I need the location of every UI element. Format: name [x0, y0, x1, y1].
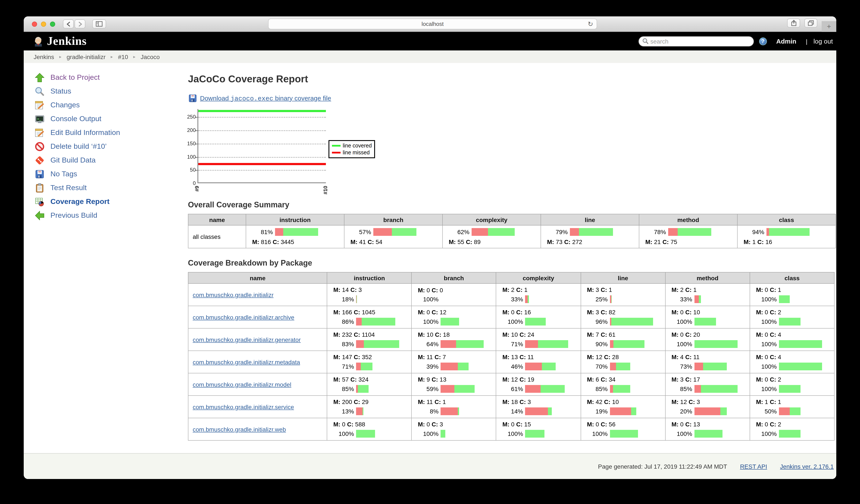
- breakdown-metric-complexity: M: 12 C: 1961%: [496, 373, 580, 395]
- breadcrumb-jacoco[interactable]: Jacoco: [141, 53, 160, 60]
- back-button[interactable]: [63, 19, 74, 28]
- rest-api-link[interactable]: REST API: [740, 463, 767, 470]
- breadcrumb-build[interactable]: #10: [118, 53, 128, 60]
- breakdown-metric-line: M: 3 C: 8296%: [580, 306, 665, 328]
- up-arrow-icon: [34, 72, 45, 83]
- percent-label: 100%: [756, 363, 777, 370]
- sidebar-item-delete-build[interactable]: Delete build ‘#10’: [34, 141, 175, 152]
- sidebar-item-coverage-report[interactable]: Coverage Report: [34, 197, 175, 207]
- breakdown-metric-instruction: M: 0 C: 588100%: [327, 418, 412, 441]
- package-link[interactable]: com.bmuschko.gradle.initializr: [193, 291, 273, 298]
- missed-covered-text: M: 0 C: 2: [756, 376, 834, 383]
- sidebar-item-status[interactable]: Status: [34, 86, 175, 97]
- user-link[interactable]: Admin: [776, 38, 796, 45]
- table-row: all classes 81%M: 816 C: 344557%M: 41 C:…: [188, 225, 836, 248]
- tab-overview-button[interactable]: [804, 18, 817, 28]
- column-header-class: class: [737, 214, 836, 225]
- summary-metric-instruction: 81%M: 816 C: 3445: [246, 225, 344, 248]
- package-link[interactable]: com.bmuschko.gradle.initializr.archive: [193, 314, 295, 320]
- sidebar-item-edit-build-information[interactable]: Edit Build Information: [34, 128, 175, 138]
- minimize-window-button[interactable]: [41, 21, 46, 27]
- logout-separator: |: [806, 38, 807, 45]
- jenkins-version-link[interactable]: Jenkins ver. 2.176.1: [780, 463, 834, 470]
- sidebar-item-no-tags[interactable]: No Tags: [34, 169, 175, 179]
- breadcrumb-jenkins[interactable]: Jenkins: [34, 53, 54, 60]
- summary-metric-line: 79%M: 73 C: 272: [541, 225, 639, 248]
- column-header-line: line: [541, 214, 639, 225]
- breakdown-metric-complexity: M: 0 C: 16100%: [496, 306, 580, 328]
- page-generated-text: Page generated: Jul 17, 2019 11:22:49 AM…: [598, 463, 727, 470]
- breakdown-metric-line: M: 0 C: 56100%: [580, 418, 665, 441]
- percent-label: 100%: [418, 318, 439, 325]
- percent-bar: 73%: [671, 363, 749, 370]
- percent-label: 100%: [502, 318, 523, 325]
- missed-covered-text: M: 0 C: 2: [756, 421, 834, 428]
- traffic-lights: [32, 21, 55, 27]
- sidebar-item-previous-build[interactable]: Previous Build: [34, 211, 175, 221]
- percent-label: 61%: [502, 386, 523, 392]
- search-help-icon[interactable]: ?: [759, 37, 767, 45]
- floppy-icon: [34, 169, 45, 179]
- package-link[interactable]: com.bmuschko.gradle.initializr.web: [193, 426, 286, 433]
- notepad-pencil-icon: [34, 100, 45, 110]
- missed-covered-text: M: 0 C: 16: [502, 309, 580, 316]
- percent-label: 83%: [333, 341, 354, 347]
- percent-label: 33%: [671, 296, 692, 303]
- sidebar-toggle-button[interactable]: [92, 19, 106, 28]
- missed-covered-text: M: 10 C: 18: [418, 331, 496, 338]
- jenkins-home-link[interactable]: Jenkins: [33, 34, 87, 48]
- percent-bar: 94%: [744, 228, 835, 236]
- package-link[interactable]: com.bmuschko.gradle.initializr.metadata: [193, 359, 300, 365]
- share-button[interactable]: [787, 18, 800, 28]
- breakdown-metric-line: M: 42 C: 1019%: [580, 395, 665, 418]
- share-icon: [791, 20, 797, 26]
- package-link[interactable]: com.bmuschko.gradle.initializr.model: [193, 381, 291, 388]
- breakdown-metric-instruction: M: 232 C: 110483%: [327, 328, 412, 351]
- sidebar-item-git-build-data[interactable]: Git Build Data: [34, 155, 175, 165]
- missed-covered-text: M: 3 C: 17: [671, 376, 749, 383]
- percent-bar: 100%: [756, 430, 834, 437]
- search-box[interactable]: [638, 36, 754, 46]
- breadcrumb-job[interactable]: gradle-initializr: [67, 53, 105, 60]
- new-tab-button[interactable]: +: [822, 21, 836, 32]
- reload-icon[interactable]: ↻: [588, 20, 593, 28]
- x-axis-tick-label: #9: [194, 186, 200, 192]
- breakdown-metric-class: M: 0 C: 4100%: [750, 351, 834, 373]
- breakdown-metric-complexity: M: 10 C: 2471%: [496, 328, 580, 351]
- address-bar[interactable]: localhost ↻: [268, 18, 597, 29]
- forward-button[interactable]: [75, 19, 85, 28]
- search-input[interactable]: [650, 38, 750, 45]
- percent-bar: 90%: [587, 340, 665, 348]
- percent-label: 100%: [756, 386, 777, 392]
- zoom-window-button[interactable]: [50, 21, 55, 27]
- sidebar-item-test-result[interactable]: Test Result: [34, 183, 175, 193]
- percent-label: 62%: [449, 229, 470, 235]
- breakdown-metric-method: M: 0 C: 13100%: [665, 418, 750, 441]
- legend-label: line covered: [343, 143, 372, 149]
- sidebar-item-changes[interactable]: Changes: [34, 100, 175, 110]
- package-link[interactable]: com.bmuschko.gradle.initializr.service: [193, 403, 294, 410]
- missed-covered-text: M: 0 C: 20: [671, 331, 749, 338]
- percent-bar: 85%: [671, 385, 749, 393]
- missed-covered-text: M: 57 C: 324: [333, 376, 411, 383]
- breakdown-metric-line: M: 3 C: 125%: [580, 284, 665, 306]
- percent-label: 57%: [350, 229, 371, 235]
- percent-label: 100%: [756, 318, 777, 325]
- download-exec-link[interactable]: Download jacoco.exec binary coverage fil…: [200, 94, 331, 102]
- breakdown-metric-line: M: 12 C: 2870%: [580, 351, 665, 373]
- sidebar-item-back-to-project[interactable]: Back to Project: [34, 72, 175, 83]
- percent-bar: 100%: [418, 318, 496, 326]
- package-link[interactable]: com.bmuschko.gradle.initializr.generator: [193, 336, 301, 343]
- close-window-button[interactable]: [32, 21, 37, 27]
- percent-bar: 78%: [645, 228, 737, 236]
- percent-label: 100%: [671, 430, 692, 437]
- y-axis-tick-label: 50: [187, 167, 196, 173]
- percent-bar: 39%: [418, 363, 496, 370]
- percent-bar: 100%: [587, 430, 665, 437]
- sidebar-item-console-output[interactable]: >_ Console Output: [34, 114, 175, 124]
- percent-bar: 81%: [252, 228, 344, 236]
- breakdown-metric-instruction: M: 200 C: 2913%: [327, 395, 412, 418]
- percent-bar: 100%: [756, 318, 834, 326]
- y-axis-tick-label: 100: [187, 154, 196, 160]
- logout-link[interactable]: log out: [814, 38, 833, 45]
